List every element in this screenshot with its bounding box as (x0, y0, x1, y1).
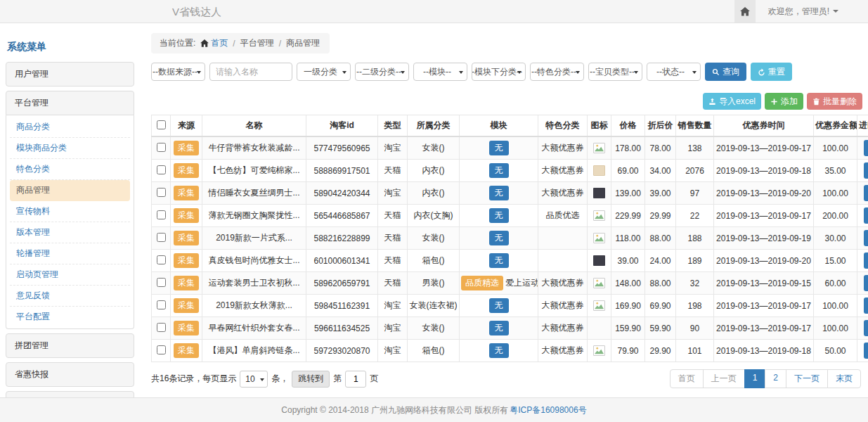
table-row: 采集2019新款一片式系...588216228899天猫女装()无118.00… (152, 227, 868, 250)
feature-category-select[interactable]: --特色分类-- (530, 63, 584, 81)
module-cell: 无 (460, 295, 538, 317)
row-checkbox[interactable] (157, 345, 166, 354)
row-checkbox[interactable] (157, 255, 166, 264)
level1-category-select[interactable]: 一级分类 (297, 63, 351, 81)
sales-cell: 101 (676, 340, 714, 362)
row-checkbox[interactable] (157, 233, 166, 242)
sidebar-sub-item[interactable]: 特色分类 (10, 159, 130, 180)
import-select-cell: 否 (857, 205, 868, 227)
taoke-id-cell: 589042420344 (306, 182, 378, 205)
import-select-toggle[interactable]: 否 (864, 162, 868, 179)
pager-button[interactable]: 2 (765, 369, 786, 388)
row-checkbox[interactable] (157, 188, 166, 197)
row-checkbox[interactable] (157, 165, 166, 174)
taoke-id-cell: 601000601341 (306, 250, 378, 272)
sidebar-sub-item[interactable]: 版本管理 (10, 222, 130, 243)
icp-link[interactable]: 粤ICP备16098006号 (510, 404, 586, 416)
category-cell: 女装() (408, 317, 460, 340)
pager-button[interactable]: 末页 (827, 369, 861, 388)
item-type-select[interactable]: --宝贝类型-- (588, 63, 642, 81)
coupon-time-cell: 2019-09-13—2019-09-17 (714, 205, 814, 227)
product-thumbnail (593, 188, 605, 198)
module-subcategory-select[interactable]: --模块下分类-- (472, 63, 526, 81)
category-cell: 内衣(文胸) (408, 205, 460, 227)
source-badge: 采集 (174, 186, 199, 200)
page-suffix-text: 页 (370, 373, 378, 385)
level2-category-select[interactable]: --二级分类-- (355, 63, 409, 81)
module-cell: 无 (460, 250, 538, 272)
sidebar-section-item[interactable]: 平台管理 (6, 91, 134, 115)
module-cell: 无 (460, 182, 538, 205)
module-cell: 无 (460, 136, 538, 160)
search-button[interactable]: 查询 (705, 63, 746, 81)
import-select-toggle[interactable]: 否 (864, 252, 868, 269)
type-cell: 天猫 (378, 160, 408, 182)
import-select-toggle[interactable]: 否 (864, 343, 868, 359)
module-select[interactable]: --模块-- (413, 63, 467, 81)
sidebar-sub-item[interactable]: 商品管理 (10, 180, 130, 201)
product-thumbnail (593, 255, 605, 266)
coupon-time-cell: 2019-09-13—2019-09-20 (714, 250, 814, 272)
home-button[interactable] (734, 0, 756, 23)
row-checkbox[interactable] (157, 143, 166, 152)
import-select-toggle[interactable]: 否 (864, 207, 868, 224)
pager-button[interactable]: 1 (744, 369, 766, 388)
batch-delete-button[interactable]: 批量删除 (807, 93, 862, 110)
sales-cell: 198 (676, 295, 714, 317)
import-select-toggle[interactable]: 否 (864, 275, 868, 291)
select-all-checkbox[interactable] (157, 120, 166, 129)
source-badge: 采集 (174, 343, 199, 358)
import-select-toggle[interactable]: 否 (864, 320, 868, 336)
import-select-toggle[interactable]: 否 (864, 185, 868, 201)
sidebar-section-item[interactable]: 拼团管理 (6, 333, 134, 358)
copyright-text: Copyright © 2014-2018 广州九驰网络科技有限公司 版权所有 (281, 404, 508, 416)
sidebar-sub-item[interactable]: 宣传物料 (10, 201, 130, 222)
row-select-cell (152, 136, 171, 160)
chevron-down-icon (342, 71, 346, 74)
import-select-toggle[interactable]: 否 (864, 140, 868, 156)
coupon-time-cell: 2019-09-13—2019-09-17 (714, 136, 814, 160)
user-menu[interactable]: 欢迎您，管理员! (756, 6, 868, 18)
taoke-id-cell: 588216228899 (306, 227, 378, 250)
row-checkbox[interactable] (157, 300, 166, 309)
source-cell: 采集 (171, 160, 202, 182)
row-checkbox[interactable] (157, 278, 166, 287)
source-badge: 采集 (174, 253, 199, 268)
type-cell: 淘宝 (378, 136, 408, 160)
pager-button[interactable]: 上一页 (703, 369, 745, 388)
row-select-cell (152, 295, 171, 317)
pager-button[interactable]: 首页 (670, 369, 704, 388)
row-checkbox[interactable] (157, 323, 166, 332)
sidebar-section-item[interactable]: 用户管理 (6, 62, 134, 87)
jump-button[interactable]: 跳转到 (292, 371, 330, 388)
data-source-select[interactable]: --数据来源-- (151, 63, 205, 81)
module-badge: 无 (489, 208, 509, 223)
import-select-cell: 否 (857, 160, 868, 182)
import-select-toggle[interactable]: 否 (864, 298, 868, 314)
sidebar-sub-item[interactable]: 商品分类 (10, 117, 130, 138)
page-number-input[interactable] (345, 371, 366, 388)
status-select[interactable]: --状态-- (647, 63, 701, 81)
module-cell: 无 (460, 160, 538, 182)
per-page-select[interactable]: 10 (240, 371, 268, 388)
sidebar-section-item[interactable]: 省惠快报 (6, 362, 134, 387)
reset-button[interactable]: 重置 (751, 63, 792, 81)
category-cell: 男装() (408, 272, 460, 295)
table-actions: 导入excel 添加 批量删除 (151, 93, 862, 110)
name-input[interactable] (209, 63, 292, 81)
sidebar-sub-item[interactable]: 轮播管理 (10, 243, 130, 264)
sidebar-sub-item[interactable]: 意见反馈 (10, 286, 130, 307)
type-cell: 淘宝 (378, 182, 408, 205)
import-excel-button[interactable]: 导入excel (703, 93, 761, 110)
sidebar-sub-item[interactable]: 平台配置 (10, 307, 130, 327)
pager-button[interactable]: 下一页 (786, 369, 828, 388)
row-checkbox[interactable] (157, 210, 166, 219)
sidebar-sub-item[interactable]: 模块商品分类 (10, 138, 130, 159)
table-row: 采集【港风】单肩斜跨链条...597293020870淘宝箱包()无大额优惠券7… (152, 340, 868, 362)
breadcrumb-home-link[interactable]: 首页 (200, 37, 228, 49)
add-button[interactable]: 添加 (765, 93, 803, 110)
module-badge: 无 (489, 343, 509, 358)
discount-price-cell: 69.90 (645, 295, 676, 317)
sidebar-sub-item[interactable]: 启动页管理 (10, 264, 130, 286)
import-select-toggle[interactable]: 否 (864, 230, 868, 246)
